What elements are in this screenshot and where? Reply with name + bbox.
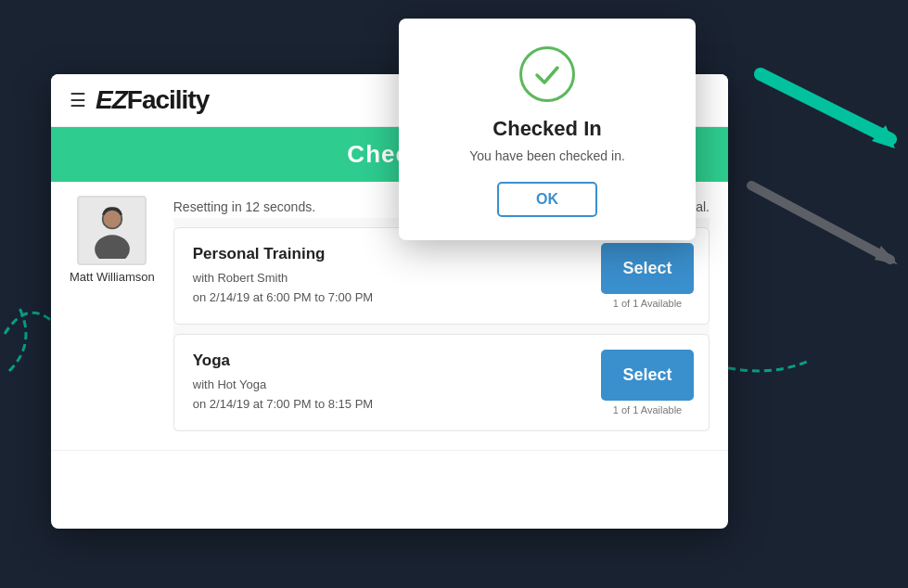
svg-point-5 — [95, 235, 130, 259]
reset-info: Resetting in 12 seconds. — [173, 199, 315, 214]
modal-dialog: Checked In You have been checked in. OK — [399, 19, 696, 240]
user-name: Matt Williamson — [70, 270, 155, 284]
class-instructor-2: with Hot Yoga — [193, 376, 373, 395]
logo-facility: Facility — [127, 85, 209, 114]
class-schedule-2: on 2/14/19 at 7:00 PM to 8:15 PM — [193, 395, 373, 415]
class-card-2: Yoga with Hot Yoga on 2/14/19 at 7:00 PM… — [173, 334, 710, 431]
hamburger-icon[interactable]: ☰ — [70, 91, 86, 109]
class-instructor-1: with Robert Smith — [193, 269, 373, 288]
check-circle — [519, 46, 575, 102]
availability-1: 1 of 1 Available — [613, 298, 682, 309]
svg-line-0 — [761, 74, 890, 139]
select-wrap-2: Select 1 of 1 Available — [601, 350, 694, 415]
user-avatar — [77, 196, 147, 265]
modal-body: You have been checked in. — [427, 148, 668, 163]
availability-2: 1 of 1 Available — [613, 404, 682, 415]
class-info-2: Yoga with Hot Yoga on 2/14/19 at 7:00 PM… — [193, 352, 373, 415]
class-title-1: Personal Training — [193, 245, 373, 263]
svg-point-6 — [103, 210, 121, 227]
class-title-2: Yoga — [193, 352, 373, 370]
select-button-1[interactable]: Select — [601, 243, 694, 294]
logo-ez: EZ — [96, 85, 127, 114]
svg-marker-3 — [875, 246, 898, 264]
logo: EZFacility — [96, 85, 209, 115]
class-info-1: Personal Training with Robert Smith on 2… — [193, 245, 373, 308]
class-card-1: Personal Training with Robert Smith on 2… — [173, 227, 710, 325]
ok-button[interactable]: OK — [497, 182, 597, 217]
class-schedule-1: on 2/14/19 at 6:00 PM to 7:00 PM — [193, 288, 373, 308]
modal-title: Checked In — [427, 117, 668, 141]
svg-line-2 — [751, 185, 890, 260]
class-list: Personal Training with Robert Smith on 2… — [173, 218, 710, 431]
svg-marker-1 — [872, 125, 895, 148]
select-wrap-1: Select 1 of 1 Available — [601, 243, 694, 309]
select-button-2[interactable]: Select — [601, 350, 694, 401]
